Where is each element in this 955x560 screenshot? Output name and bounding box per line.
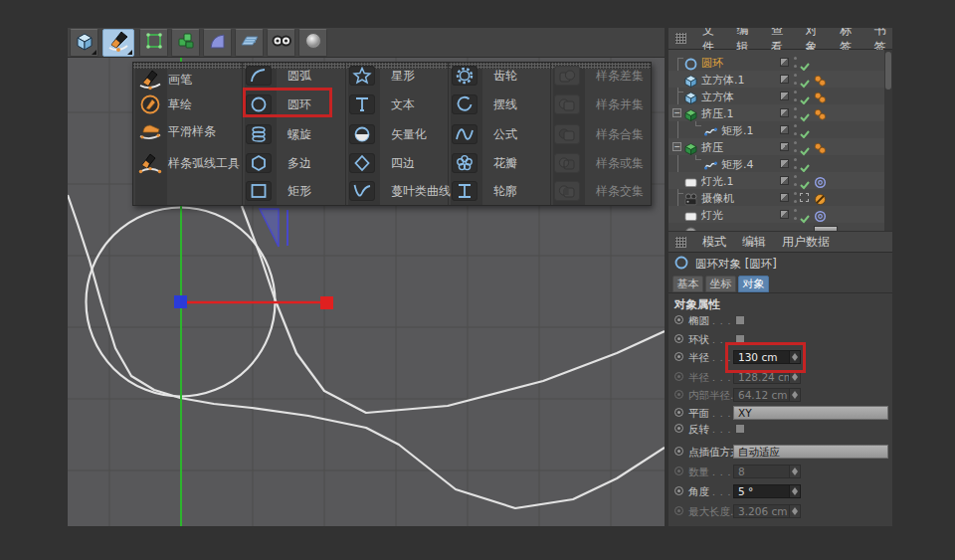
- object-row-camera[interactable]: 摄像机: [668, 189, 885, 206]
- menu-item-cissoid[interactable]: 蔓叶类曲线: [349, 180, 451, 202]
- layer-square[interactable]: [780, 176, 789, 185]
- menu-item-spline-arc-tool[interactable]: 样条弧线工具: [136, 152, 240, 174]
- panel-grip-icon[interactable]: [675, 237, 686, 248]
- tab-coordinates[interactable]: 坐标: [705, 276, 736, 292]
- object-row-circle[interactable]: 圆环: [668, 54, 885, 71]
- cube-tool-button[interactable]: [70, 29, 98, 57]
- menu-item-circle[interactable]: 圆环: [246, 93, 311, 115]
- layer-square[interactable]: [780, 142, 789, 151]
- object-row-cube[interactable]: 立方体: [668, 88, 885, 104]
- visibility-dots[interactable]: [794, 175, 798, 186]
- visibility-dots[interactable]: [794, 91, 798, 101]
- background-spline-upper[interactable]: [242, 206, 665, 413]
- keyframe-dot-icon[interactable]: [674, 334, 683, 343]
- object-name[interactable]: 灯光: [701, 208, 723, 223]
- render-inactive-icon[interactable]: [800, 193, 809, 202]
- keyframe-dot-icon[interactable]: [674, 315, 683, 324]
- keyframe-dot-icon[interactable]: [674, 352, 683, 361]
- object-row-extrude1[interactable]: − 挤压.1: [668, 104, 885, 121]
- layer-square[interactable]: [780, 193, 789, 202]
- menu-item-spline-smooth[interactable]: 平滑样条: [136, 120, 216, 142]
- layer-square[interactable]: [780, 58, 789, 67]
- ellipse-checkbox[interactable]: [735, 315, 745, 325]
- sphere-tool-button[interactable]: [298, 29, 327, 57]
- object-name[interactable]: 挤压.1: [701, 106, 734, 121]
- object-name[interactable]: 立方体.1: [701, 73, 745, 88]
- visibility-dots[interactable]: [794, 209, 798, 220]
- interpolation-dropdown[interactable]: 自动适应: [733, 445, 888, 459]
- array-tool-button[interactable]: [171, 29, 200, 57]
- rings-tool-button[interactable]: [267, 29, 295, 57]
- keyframe-dot-icon[interactable]: [674, 447, 683, 456]
- object-name[interactable]: 圆环: [701, 56, 723, 71]
- object-row-rectangle4[interactable]: 矩形.4: [668, 155, 885, 172]
- blue-spline-object[interactable]: [260, 209, 287, 247]
- visibility-dots[interactable]: [794, 158, 798, 169]
- menu-item-text[interactable]: 文本: [349, 93, 415, 115]
- radius-input[interactable]: 130 cm: [733, 350, 790, 364]
- reverse-checkbox[interactable]: [735, 424, 745, 434]
- menu-item-gear[interactable]: 齿轮: [452, 65, 517, 87]
- object-name[interactable]: 摄像机: [701, 191, 734, 206]
- stepper-arrows[interactable]: [790, 484, 801, 498]
- stepper-arrows[interactable]: [790, 350, 801, 364]
- collapse-toggle[interactable]: −: [672, 142, 681, 151]
- object-name[interactable]: 立方体: [701, 90, 734, 104]
- menu-item-formula[interactable]: 公式: [452, 123, 517, 145]
- am-menu-mode[interactable]: 模式: [702, 234, 726, 251]
- object-row-partial[interactable]: [668, 223, 885, 231]
- layer-square[interactable]: [780, 75, 789, 84]
- object-row-extrude[interactable]: − 挤压: [668, 138, 885, 155]
- visibility-dots[interactable]: [794, 141, 798, 152]
- keyframe-dot-icon[interactable]: [674, 408, 683, 417]
- am-menu-userdata[interactable]: 用户数据: [782, 234, 830, 251]
- object-name[interactable]: 矩形.4: [721, 157, 754, 172]
- visibility-d​ots[interactable]: [794, 192, 798, 203]
- object-row-light[interactable]: 灯光: [668, 206, 885, 223]
- object-name[interactable]: 挤压: [701, 140, 723, 155]
- menu-item-flower[interactable]: 花瓣: [452, 152, 517, 174]
- om-scrollbar-thumb[interactable]: [885, 52, 891, 90]
- menu-item-vectorizer[interactable]: 矢量化: [349, 123, 427, 145]
- layer-square[interactable]: [780, 159, 789, 168]
- menu-item-cycloid[interactable]: 摆线: [452, 93, 517, 115]
- layer-square[interactable]: [780, 125, 789, 134]
- layer-square[interactable]: [780, 92, 789, 100]
- background-spline-lower[interactable]: [68, 195, 665, 508]
- object-name[interactable]: 矩形.1: [721, 123, 754, 138]
- panel-grip-icon[interactable]: [675, 33, 686, 44]
- object-name[interactable]: 灯光.1: [701, 174, 734, 189]
- tab-object[interactable]: 对象: [738, 276, 769, 292]
- menu-item-draw-pen[interactable]: 画笔: [136, 69, 192, 91]
- spline-pen-tool-button[interactable]: [102, 29, 134, 57]
- am-menu-edit[interactable]: 编辑: [742, 234, 766, 251]
- object-row-light1[interactable]: 灯光.1: [668, 172, 885, 189]
- keyframe-dot-icon[interactable]: [674, 486, 683, 495]
- menu-item-arc[interactable]: 圆弧: [246, 65, 311, 87]
- menu-item-star[interactable]: 星形: [349, 65, 415, 87]
- layer-square[interactable]: [780, 108, 789, 117]
- collapse-toggle[interactable]: −: [672, 108, 681, 117]
- object-row-rectangle1[interactable]: 矩形.1: [668, 121, 885, 138]
- ring-checkbox[interactable]: [735, 334, 745, 344]
- plane-dropdown[interactable]: XY: [733, 406, 888, 420]
- visibility-dots[interactable]: [794, 107, 798, 118]
- cage-tool-button[interactable]: [139, 29, 168, 57]
- wedge-tool-button[interactable]: [203, 29, 232, 57]
- menu-item-rectangle[interactable]: 矩形: [246, 180, 311, 202]
- menu-item-helix[interactable]: 螺旋: [246, 123, 311, 145]
- object-row-cube1[interactable]: 立方体.1: [668, 71, 885, 88]
- radius-handle[interactable]: [320, 296, 333, 309]
- menu-item-4side[interactable]: 四边: [349, 152, 415, 174]
- visibility-dots[interactable]: [794, 74, 798, 85]
- center-handle[interactable]: [174, 295, 187, 308]
- keyframe-dot-icon[interactable]: [674, 424, 683, 433]
- plane-tool-button[interactable]: [235, 29, 264, 57]
- menu-item-sketch[interactable]: 草绘: [136, 93, 192, 115]
- texture-thumbnail[interactable]: [814, 226, 838, 231]
- tab-basic[interactable]: 基本: [672, 276, 703, 292]
- menu-item-nside[interactable]: 多边: [246, 152, 311, 174]
- angle-input[interactable]: 5 °: [733, 484, 790, 498]
- menu-item-profile[interactable]: 轮廓: [452, 180, 517, 202]
- visibility-dots[interactable]: [794, 124, 798, 135]
